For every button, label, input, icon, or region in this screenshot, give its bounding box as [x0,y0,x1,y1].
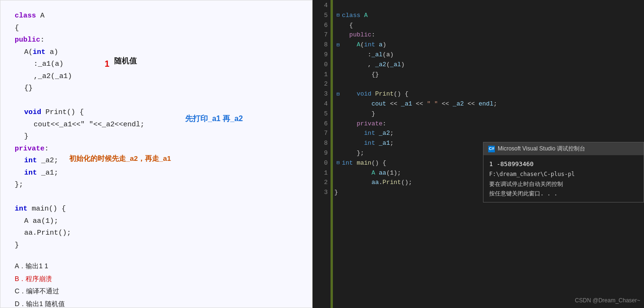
watermark: CSDN @Dream_Chaser~ [575,296,640,305]
editor-line-7: public: [334,30,644,40]
code-line-12: private: [15,143,298,155]
right-panel: 4 5 6 7 8 9 0 1 2 3 4 5 6 7 8 9 0 1 2 3 [313,0,644,308]
code-line-6: ,_a2(_a1) [34,70,298,83]
collapse-main-icon[interactable]: ⊟ [334,159,342,167]
editor-line-8: ⊟ A(int a) [334,40,644,50]
editor-line-11: {} [334,70,644,80]
code-line-20: } [15,239,298,252]
left-panel: class A { public: A(int a) :_a1(a) ,_a2(… [0,0,313,308]
editor-line-5: ⊟ class A [334,11,644,21]
editor-line-16: private: [334,119,644,129]
option-b: B．程序崩溃 [15,273,298,285]
editor-line-13: ⊟ void Print() { [334,89,644,99]
code-line-8 [15,95,298,107]
options-block: A．输出1 1 B．程序崩溃 C．编译不通过 D．输出1 随机值 [15,260,298,308]
code-line-4: A(int a) [24,46,298,59]
annotation-print-order: 先打印_a1 再_a2 [185,114,243,124]
code-line-17: int main() { [15,203,298,215]
code-line-7: {} [24,82,298,95]
collapse-constructor-icon[interactable]: ⊟ [334,41,342,50]
editor-line-17: int _a2; [334,129,644,139]
code-line-1: class A [15,10,298,22]
option-c: C．编译不通过 [15,285,298,298]
code-line-16 [15,191,298,203]
vs-icon: C# [488,146,495,152]
annotation-init-order: 初始化的时候先走_a2，再走_a1 [69,154,171,163]
editor-area: 4 5 6 7 8 9 0 1 2 3 4 5 6 7 8 9 0 1 2 3 [313,0,644,308]
editor-line-15: } [334,109,644,119]
code-line-3: public: [15,34,298,46]
code-line-18: A aa(1); [24,215,298,228]
editor-line-12 [334,79,644,89]
code-line-15: }; [15,179,298,191]
code-line-9: void Print() { [24,106,298,119]
editor-line-4 [334,1,644,11]
debug-path: F:\dream_chaser\C-plus-pl [489,169,638,179]
debug-hint-2: 按任意键关闭此窗口. . . [489,189,638,198]
code-line-10: cout<<_a1<<" "<<_a2<<endl; [34,119,298,131]
option-d: D．输出1 随机值 [15,298,298,308]
line-numbers: 4 5 6 7 8 9 0 1 2 3 4 5 6 7 8 9 0 1 2 3 [313,0,331,198]
debug-output: 1 -858993460 [489,159,638,169]
annotation-random-label: 随机值 [114,56,137,66]
option-a: A．输出1 1 [15,260,298,273]
debug-console-title: C# Microsoft Visual Studio 调试控制台 [483,142,644,155]
debug-hint-1: 要在调试停止时自动关闭控制 [489,179,638,189]
code-line-14: int _a1; [24,167,298,179]
code-line-11: } [24,131,298,143]
editor-line-10: , _a2(_al) [334,60,644,70]
debug-console-body: 1 -858993460 F:\dream_chaser\C-plus-pl 要… [483,155,644,202]
editor-line-9: :_al(a) [334,50,644,60]
code-block-left: class A { public: A(int a) :_a1(a) ,_a2(… [15,10,298,251]
editor-line-14: cout << _a1 << " " << _a2 << endl ; [334,99,644,109]
collapse-class-icon[interactable]: ⊟ [334,11,342,20]
annotation-1-number: 1 [105,59,109,69]
editor-line-6: { [334,21,644,31]
collapse-print-icon[interactable]: ⊟ [334,90,342,99]
code-line-5: :_a1(a) [34,58,298,70]
code-line-19: aa.Print(); [24,227,298,239]
code-line-2: { [15,22,298,35]
debug-console-label: Microsoft Visual Studio 调试控制台 [498,144,585,153]
debug-console: C# Microsoft Visual Studio 调试控制台 1 -8589… [483,142,644,202]
